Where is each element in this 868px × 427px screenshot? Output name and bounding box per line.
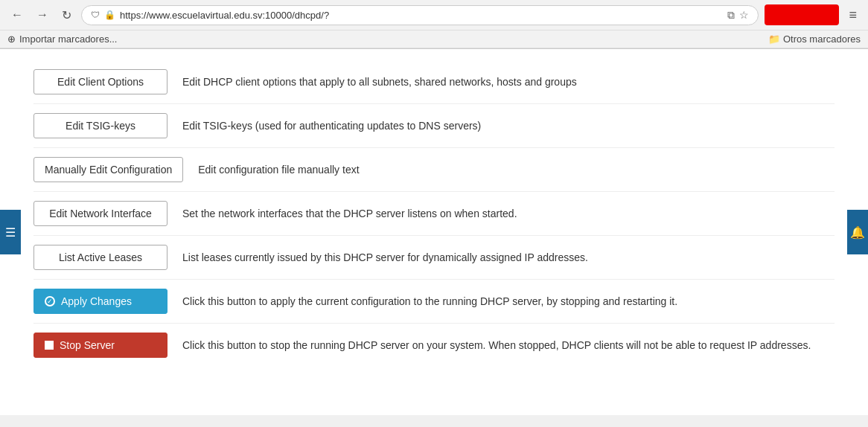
action-row-edit-tsig-keys: Edit TSIG-keys Edit TSIG-keys (used for … xyxy=(33,104,835,148)
notification-button[interactable]: 🔔 xyxy=(847,210,868,254)
browser-toolbar: ← → ↻ 🛡 🔒 https://www.escuelavirtual.edu… xyxy=(0,0,868,30)
url-text: https://www.escuelavirtual.edu.sv:10000/… xyxy=(120,10,723,21)
action-row-apply-changes: ✓ Apply Changes Click this button to app… xyxy=(33,280,835,324)
page-wrapper: ☰ 🔔 Edit Client Options Edit DHCP client… xyxy=(0,49,868,415)
address-bar[interactable]: 🛡 🔒 https://www.escuelavirtual.edu.sv:10… xyxy=(81,5,759,25)
shield-icon: 🛡 xyxy=(91,10,100,20)
bookmark-icon[interactable]: ☆ xyxy=(739,9,749,22)
stop-server-label: Stop Server xyxy=(60,339,115,351)
address-actions: ⧉ ☆ xyxy=(727,9,749,22)
action-row-manually-edit-config: Manually Edit Configuration Edit configu… xyxy=(33,148,835,192)
check-circle-icon: ✓ xyxy=(45,296,55,306)
copy-icon: ⧉ xyxy=(727,9,735,22)
apply-changes-desc: Click this button to apply the current c… xyxy=(182,295,835,307)
folder-icon: 📁 xyxy=(768,33,780,45)
otros-marcadores[interactable]: 📁 Otros marcadores xyxy=(768,33,861,45)
otros-label: Otros marcadores xyxy=(783,33,861,45)
edit-tsig-keys-label: Edit TSIG-keys xyxy=(66,120,135,132)
edit-tsig-keys-desc: Edit TSIG-keys (used for authenticating … xyxy=(182,120,835,132)
reload-button[interactable]: ↻ xyxy=(58,7,75,24)
hamburger-icon: ☰ xyxy=(5,225,16,240)
stop-server-desc: Click this button to stop the running DH… xyxy=(182,339,835,351)
lock-icon: 🔒 xyxy=(104,10,115,20)
action-row-stop-server: Stop Server Click this button to stop th… xyxy=(33,324,835,367)
manually-edit-config-button[interactable]: Manually Edit Configuration xyxy=(33,157,183,182)
import-bookmarks-label[interactable]: Importar marcadores... xyxy=(19,33,118,45)
bookmarks-icon: ⊕ xyxy=(7,33,16,45)
action-row-edit-client-options: Edit Client Options Edit DHCP client opt… xyxy=(33,60,835,104)
back-button[interactable]: ← xyxy=(7,7,27,23)
list-active-leases-label: List Active Leases xyxy=(59,251,142,263)
stop-square-icon xyxy=(45,341,54,350)
manually-edit-config-label: Manually Edit Configuration xyxy=(45,164,172,176)
bell-icon: 🔔 xyxy=(850,225,865,240)
apply-changes-button[interactable]: ✓ Apply Changes xyxy=(33,289,167,314)
edit-client-options-desc: Edit DHCP client options that apply to a… xyxy=(182,76,835,88)
menu-button[interactable]: ≡ xyxy=(845,6,861,25)
bookmarks-left: ⊕ Importar marcadores... xyxy=(7,33,118,45)
edit-client-options-label: Edit Client Options xyxy=(57,76,144,88)
main-content: Edit Client Options Edit DHCP client opt… xyxy=(0,49,868,415)
bookmarks-bar: ⊕ Importar marcadores... 📁 Otros marcado… xyxy=(0,30,868,48)
sidebar-toggle-button[interactable]: ☰ xyxy=(0,210,21,254)
edit-network-interface-desc: Set the network interfaces that the DHCP… xyxy=(182,208,835,219)
action-row-list-active-leases: List Active Leases List leases currently… xyxy=(33,236,835,280)
edit-tsig-keys-button[interactable]: Edit TSIG-keys xyxy=(33,113,167,138)
edit-client-options-button[interactable]: Edit Client Options xyxy=(33,69,167,94)
browser-chrome: ← → ↻ 🛡 🔒 https://www.escuelavirtual.edu… xyxy=(0,0,868,49)
forward-button[interactable]: → xyxy=(33,7,52,23)
profile-button[interactable] xyxy=(765,4,839,25)
edit-network-interface-button[interactable]: Edit Network Interface xyxy=(33,201,167,226)
list-active-leases-button[interactable]: List Active Leases xyxy=(33,245,167,270)
stop-server-button[interactable]: Stop Server xyxy=(33,333,167,358)
list-active-leases-desc: List leases currently issued by this DHC… xyxy=(182,251,835,263)
apply-changes-label: Apply Changes xyxy=(61,295,132,307)
edit-network-interface-label: Edit Network Interface xyxy=(49,208,152,219)
manually-edit-config-desc: Edit configuration file manually text xyxy=(198,164,835,176)
action-row-edit-network-interface: Edit Network Interface Set the network i… xyxy=(33,192,835,236)
